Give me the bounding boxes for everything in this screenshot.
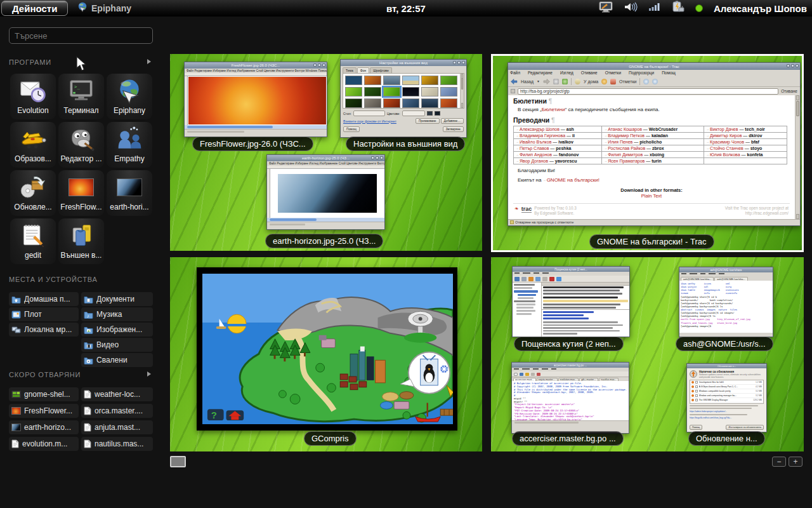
gedit-content: # Bulgarian translation of accerciser po… [512,381,629,420]
app-terminal[interactable]: >_ Терминал [58,74,104,119]
activities-button[interactable]: Дейности [1,1,68,16]
recent-item[interactable]: orca.master.... [81,404,153,418]
gedit-icon [18,221,48,250]
app-software-update[interactable]: Обновле... [10,170,56,216]
app-earthhorizon-file[interactable]: earth-hori... [107,170,152,216]
user-menu[interactable]: Александър Шопов [714,3,807,14]
place-local-network[interactable]: Локална мр... [9,323,79,337]
app-appearance[interactable]: Външен в... [58,218,104,264]
window-thumb-gcompris[interactable]: ? [197,267,457,431]
app-freshflower-file[interactable]: FreshFlow... [58,170,104,216]
recent-item[interactable]: gnome-shel... [9,387,79,401]
titlebar: FreshFlower.jpg-26.0 (ЧЗС... [185,62,327,69]
app-epiphany[interactable]: Epiphany [107,74,152,119]
close-button[interactable]: Затваряне [443,126,464,132]
place-desktop[interactable]: Плот [9,307,79,321]
place-music[interactable]: ♪ Музика [81,307,153,321]
window-thumb-evolution[interactable]: Пощенска кутия (2 неп... [512,266,630,337]
window-thumb-update-manager[interactable]: Обновление н... Налични са обновления So… [686,363,767,432]
place-downloads[interactable]: Свалени [81,353,153,367]
home-icon[interactable] [575,79,580,84]
plain-text-link[interactable]: Plain Text [513,193,790,199]
app-evolution[interactable]: Evolution [10,74,56,119]
search-input[interactable] [9,27,153,44]
url-input[interactable]: http://fsa-bg.org/project/gtp [518,88,778,95]
forward-icon[interactable] [543,79,550,84]
titlebar: Обновление н... [687,364,766,368]
install-updates-button[interactable]: Инсталиране на обновленията [726,425,764,430]
place-pictures[interactable]: Изображен... [81,323,153,337]
zoom-in-icon[interactable] [643,79,649,84]
selected-wallpaper[interactable] [383,87,400,97]
programs-expand-arrow-icon[interactable] [147,59,151,64]
window-thumb-gimp-earth[interactable]: earth-horizon.jpg-25.0 (ЧЗ... Файл Редак… [266,154,385,230]
scrollbar[interactable] [795,95,800,219]
workspace-view-toggle[interactable] [170,456,186,467]
svg-text:?: ? [211,410,217,420]
history-icon[interactable] [601,79,607,84]
go-button[interactable]: Отиване [781,89,797,93]
trac-logo[interactable]: trac [521,206,532,213]
workspace-top-right[interactable]: GNOME на български! - Trac Файл Редактир… [491,54,804,252]
window-title-pill: GCompris [304,431,357,446]
recent-expand-arrow-icon[interactable] [147,371,151,377]
workspace-top-left[interactable]: FreshFlower.jpg-26.0 (ЧЗС... Файл Редакт… [170,54,482,251]
gnome-bg-link[interactable]: GNOME на български! [543,177,599,183]
window-thumb-terminal[interactable]: ash@GNOME:/usr/share ash@GNOME:/usr/sha.… [679,267,773,337]
document-icon [84,406,91,415]
window-title-pill: Обновление н... [688,431,765,446]
recent-item[interactable]: evolution.m... [9,437,79,451]
place-video[interactable]: Видео [81,338,153,352]
get-backgrounds-link[interactable]: Вземете още фонове от Интернет [343,119,396,123]
stop-icon[interactable] [553,79,559,84]
display-settings-icon[interactable] [599,1,613,15]
app-menu[interactable]: Epiphany [77,0,131,17]
remove-workspace-button[interactable]: − [772,457,786,467]
app-empathy[interactable]: Empathy [107,122,152,168]
add-button[interactable]: Добавяне… [441,118,464,124]
place-documents[interactable]: Документи [81,292,153,306]
window-thumb-epiphany-trac[interactable]: GNOME на български! - Trac Файл Редактир… [508,62,801,226]
volume-icon[interactable] [624,1,638,15]
place-home[interactable]: Домашна п... [9,292,79,306]
window-thumb-gimp-freshflower[interactable]: FreshFlower.jpg-26.0 (ЧЗС... Файл Редакт… [184,62,327,137]
help-button[interactable]: Помощ [343,126,360,132]
places-section-header: МЕСТА И УСТРОЙСТВА [9,276,98,283]
add-workspace-button[interactable]: + [789,457,802,467]
style-dropdown[interactable] [353,110,385,116]
network-signal-icon[interactable] [648,2,660,15]
app-gimp[interactable]: Редактор ... [58,122,104,168]
update-description: https://admin.fedoraproject.org/updates/… [687,404,766,420]
colors-label: Цветове: [387,112,400,116]
color-swatch-2[interactable] [435,111,440,116]
window-thumb-appearance[interactable]: Настройки на външния вид Тема Фон Шрифто… [340,59,467,138]
app-gedit[interactable]: gedit [10,218,56,264]
recent-item[interactable]: FreshFlower... [9,404,79,418]
color-swatch-1[interactable] [427,111,433,116]
app-gcompris[interactable]: Образов... [10,122,56,168]
home-folder-icon [11,295,21,304]
power-icon[interactable] [671,1,684,16]
workspace-bottom-right[interactable]: Пощенска кутия (2 неп... [491,257,804,451]
window-title-pill: GNOME на български! - Trac [589,234,714,249]
colors-dropdown[interactable] [402,110,425,116]
favicon [511,89,515,93]
reload-icon[interactable] [562,79,568,84]
recent-item[interactable]: weather-loc... [81,387,153,401]
recent-item[interactable]: anjuta.mast... [81,420,153,434]
recent-item[interactable]: nautilus.mas... [81,437,153,451]
bulletins-link[interactable]: Бюлетини [542,107,565,112]
presence-available-icon [695,4,703,12]
recent-item[interactable]: earth-horizo... [9,420,79,434]
zoom-out-icon[interactable] [652,79,658,84]
back-icon[interactable] [511,79,518,84]
help-button[interactable]: Помощ [690,425,702,430]
clock[interactable]: вт, 22:57 [386,0,426,17]
bookmark-icon[interactable] [610,79,616,84]
workspace-bottom-left[interactable]: ? GCompris [170,257,482,451]
spinner-icon [440,365,448,373]
update-link[interactable]: https://bugzilla.redhat.com/show_bug.cgi… [690,417,764,419]
window-thumb-gedit[interactable]: accerciser.master.bg.po ... accerciser.m… [511,362,629,434]
update-link[interactable]: https://admin.fedoraproject.org/updates/… [690,410,764,413]
remove-button[interactable]: Премахване [416,118,440,124]
